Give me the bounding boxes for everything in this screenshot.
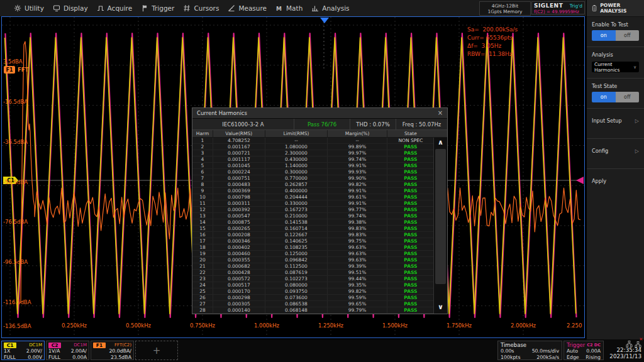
table-cell: PASS bbox=[387, 270, 434, 275]
table-row[interactable]: 260.0002980.07360099.59%PASS bbox=[192, 295, 434, 301]
table-row[interactable]: 240.0005170.08000099.35%PASS bbox=[192, 282, 434, 288]
dialog-titlebar[interactable]: Current Harmonics × bbox=[192, 108, 447, 119]
input-setup-button[interactable]: Input Setup ▷ bbox=[587, 109, 644, 133]
cursors-icon bbox=[183, 4, 191, 12]
y-axis-tick-label: -76.5dBA bbox=[3, 219, 28, 225]
menu-item-analysis[interactable]: Analysis bbox=[311, 4, 349, 12]
table-cell: 0.087619 bbox=[265, 270, 328, 275]
table-row[interactable]: 120.0003920.16727399.77%PASS bbox=[192, 207, 434, 213]
table-cell: PASS bbox=[387, 226, 434, 231]
table-row[interactable]: 20.0011671.08000099.89%PASS bbox=[192, 144, 434, 150]
table-row[interactable]: 210.0006820.11250099.39%PASS bbox=[192, 263, 434, 270]
table-row[interactable]: 60.0002240.30000099.93%PASS bbox=[192, 169, 434, 175]
config-button[interactable]: Config ▷ bbox=[587, 139, 644, 163]
test-state-toggle: on off bbox=[592, 92, 639, 102]
table-row[interactable]: 280.0001400.06814899.79%PASS bbox=[192, 307, 434, 314]
table-row[interactable]: 100.0007980.20444499.61%PASS bbox=[192, 194, 434, 200]
gear-icon bbox=[14, 4, 21, 12]
table-cell: 0.000547 bbox=[213, 213, 265, 219]
x-axis-tick-label: 1.250kHz bbox=[318, 322, 343, 329]
table-cell: 99.61% bbox=[328, 194, 387, 200]
table-cell: PASS bbox=[387, 144, 434, 150]
table-cell: 18 bbox=[192, 244, 213, 250]
scroll-up-icon[interactable]: ∧ bbox=[434, 138, 447, 148]
lan-disconnected-icon bbox=[635, 341, 641, 348]
trigger-slope: Rising bbox=[586, 354, 601, 361]
table-cell: 0.300000 bbox=[265, 169, 328, 175]
trigger-position-marker[interactable] bbox=[320, 18, 329, 23]
close-icon[interactable]: × bbox=[436, 109, 445, 117]
apply-button[interactable]: Apply bbox=[587, 169, 644, 193]
table-cell: 0.000140 bbox=[213, 307, 265, 313]
table-cell: PASS bbox=[387, 150, 434, 156]
menu-item-acquire[interactable]: Acquire bbox=[97, 4, 133, 12]
table-cell: 99.35% bbox=[328, 282, 387, 288]
table-cell: -- bbox=[265, 138, 328, 143]
column-limit: Limit(RMS) bbox=[265, 130, 328, 137]
f1-descriptor-box[interactable]: F1 FFT(C2) 20.0dBA/ 23.5dBA bbox=[91, 341, 134, 360]
table-row[interactable]: 230.0005720.10227399.44%PASS bbox=[192, 276, 434, 282]
table-row[interactable]: 90.0003690.40000099.91%PASS bbox=[192, 188, 434, 194]
table-row[interactable]: 170.0003460.14062599.75%PASS bbox=[192, 238, 434, 244]
scrollbar-thumb[interactable] bbox=[435, 149, 446, 284]
table-cell: 0.000517 bbox=[213, 282, 265, 288]
table-cell: 99.38% bbox=[328, 219, 387, 225]
enable-on-button[interactable]: on bbox=[592, 30, 616, 41]
table-cell: 0.096842 bbox=[265, 257, 328, 263]
timebase-box[interactable]: Timebase 0.00s50.0ms/div 100kpts200kSa/s bbox=[497, 341, 562, 360]
enable-off-button[interactable]: off bbox=[616, 30, 640, 41]
menu-item-display[interactable]: Display bbox=[53, 4, 88, 12]
table-row[interactable]: 50.0010451.14000099.91%PASS bbox=[192, 163, 434, 169]
table-row[interactable]: 140.0008750.14153899.38%PASS bbox=[192, 219, 434, 226]
table-row[interactable]: 220.0004280.08761999.51%PASS bbox=[192, 270, 434, 276]
plus-icon: + bbox=[153, 345, 161, 356]
table-cell: PASS bbox=[387, 200, 434, 206]
table-cell: 99.91% bbox=[328, 163, 387, 168]
table-row[interactable]: 180.0004020.10823599.63%PASS bbox=[192, 244, 434, 251]
table-row[interactable]: 160.0002080.12266799.83%PASS bbox=[192, 232, 434, 238]
c1-bw: FULL bbox=[4, 354, 16, 361]
f1-offset: 23.5dBA bbox=[93, 354, 131, 361]
table-cell: 99.51% bbox=[328, 270, 387, 275]
table-row[interactable]: 270.0003050.08653899.65%PASS bbox=[192, 301, 434, 307]
menu-item-trigger[interactable]: Trigger bbox=[141, 4, 174, 12]
scroll-down-icon[interactable]: ∨ bbox=[434, 302, 447, 312]
timebase-title: Timebase bbox=[501, 342, 559, 348]
measure-icon bbox=[228, 4, 235, 12]
menu-item-math[interactable]: M Math bbox=[275, 4, 303, 12]
table-cell: 0.000428 bbox=[213, 270, 265, 275]
table-cell: 99.65% bbox=[328, 301, 387, 307]
svg-text:M: M bbox=[276, 6, 282, 12]
table-row[interactable]: 40.0011170.43000099.74%PASS bbox=[192, 156, 434, 163]
table-row[interactable]: 70.0007510.77000099.90%PASS bbox=[192, 175, 434, 182]
table-row[interactable]: 14.708252----NON SPEC bbox=[192, 138, 434, 144]
trigger-box[interactable]: Trigger C2 DC Auto0.00A EdgeRising bbox=[564, 341, 604, 360]
test-state-off-button[interactable]: off bbox=[616, 92, 640, 102]
analysis-dropdown[interactable]: Current Harmonics ∨ bbox=[592, 62, 639, 72]
table-row[interactable]: 200.0003550.09684299.63%PASS bbox=[192, 257, 434, 263]
table-row[interactable]: 250.0001700.09375099.82%PASS bbox=[192, 288, 434, 295]
menu-item-cursors[interactable]: Cursors bbox=[183, 4, 219, 12]
table-cell: 99.91% bbox=[328, 200, 387, 206]
menu-item-utility[interactable]: Utility bbox=[14, 4, 44, 12]
table-cell: 0.000798 bbox=[213, 194, 265, 200]
menu-item-measure[interactable]: Measure bbox=[228, 4, 267, 12]
add-channel-button[interactable]: + bbox=[135, 341, 178, 360]
table-row[interactable]: 150.0002650.16071499.83%PASS bbox=[192, 226, 434, 232]
table-row[interactable]: 30.0007212.30000099.97%PASS bbox=[192, 150, 434, 156]
column-harm: Harm bbox=[192, 130, 213, 137]
table-cell: 0.001167 bbox=[213, 144, 265, 150]
c1-descriptor-box[interactable]: C1 DC1M 1X2.00V/ FULL0.00V bbox=[1, 341, 45, 360]
table-row[interactable]: 190.0004600.12500099.63%PASS bbox=[192, 251, 434, 257]
table-cell: 0.073600 bbox=[265, 295, 328, 300]
acquire-icon bbox=[97, 4, 104, 12]
table-cell: 0.102273 bbox=[265, 276, 328, 282]
c2-descriptor-box[interactable]: C2 DC1M 1V/A2.00A/ FULL0.00A bbox=[46, 341, 89, 360]
table-row[interactable]: 110.0003110.33000099.91%PASS bbox=[192, 200, 434, 207]
table-row[interactable]: 130.0005470.21000099.74%PASS bbox=[192, 213, 434, 219]
test-state-on-button[interactable]: on bbox=[592, 92, 616, 102]
table-row[interactable]: 80.0004830.26285799.82%PASS bbox=[192, 182, 434, 188]
table-cell: 99.74% bbox=[328, 213, 387, 219]
table-cell: 99.79% bbox=[328, 307, 387, 313]
scrollbar[interactable]: ∧ ∨ bbox=[433, 138, 447, 314]
